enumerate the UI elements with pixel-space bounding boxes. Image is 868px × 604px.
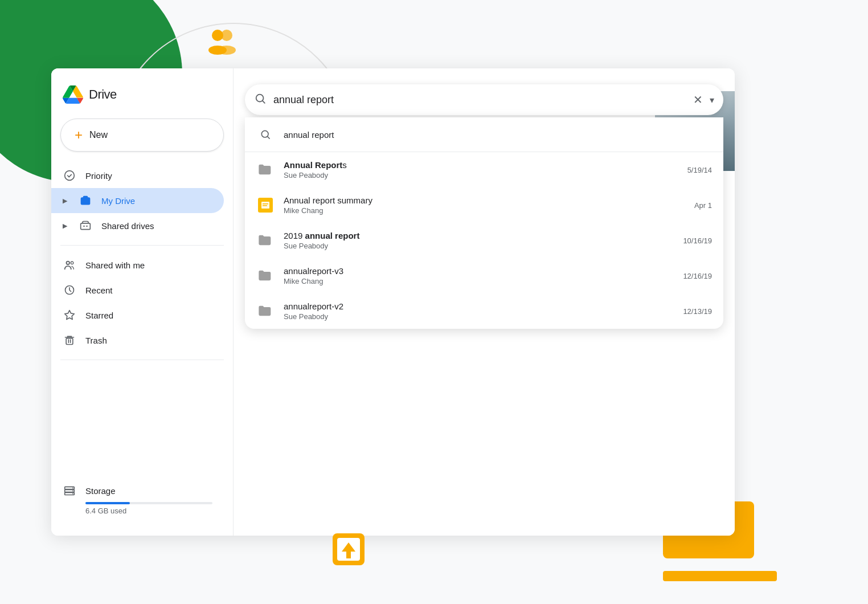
sidebar-item-shared-drives[interactable]: ▶ Shared drives [51, 213, 224, 238]
new-button[interactable]: + New [60, 119, 224, 152]
folder-icon-4 [256, 302, 275, 320]
result-3-content: annualreport-v3 Mike Chang [284, 266, 674, 285]
new-button-label: New [89, 130, 108, 140]
result-3-owner: Mike Chang [284, 277, 674, 285]
search-result-1[interactable]: Annual report summary Mike Chang Apr 1 [245, 187, 723, 223]
sidebar-item-trash-label: Trash [85, 336, 212, 345]
storage-icon [63, 484, 76, 497]
storage-usage: 6.4 GB used [63, 507, 222, 515]
sidebar-item-priority[interactable]: Priority [51, 163, 224, 188]
svg-point-7 [65, 171, 75, 181]
svg-rect-8 [81, 198, 90, 205]
shared-drives-expand-icon[interactable]: ▶ [63, 222, 67, 230]
svg-point-11 [71, 262, 73, 264]
priority-icon [63, 169, 76, 182]
app-title: Drive [89, 87, 117, 102]
result-4-name: annualreport-v2 [284, 301, 674, 311]
result-3-name: annualreport-v3 [284, 266, 674, 276]
result-4-date: 12/13/19 [683, 307, 712, 316]
folder-icon-3 [256, 267, 275, 285]
svg-point-1 [221, 30, 232, 41]
sidebar-item-shared-with-me[interactable]: Shared with me [51, 252, 224, 277]
nav-divider-2 [60, 360, 224, 360]
floating-import-icon [330, 531, 367, 570]
search-bar-container: ✕ ▾ annual report [245, 84, 723, 115]
nav-divider-1 [60, 245, 224, 246]
storage-title: Storage [85, 486, 116, 496]
result-0-content: Annual Reports Sue Peabody [284, 160, 678, 179]
storage-bar [85, 502, 212, 504]
search-suggestion-item[interactable]: annual report [245, 117, 723, 152]
sidebar: Drive + New Priority ▶ [51, 68, 234, 536]
sidebar-item-my-drive-label: My Drive [101, 196, 212, 206]
slides-icon-1 [256, 196, 275, 214]
recent-icon [63, 283, 76, 297]
svg-point-10 [67, 262, 70, 265]
result-2-date: 10/16/19 [683, 236, 712, 245]
result-0-date: 5/19/14 [687, 166, 712, 174]
search-dropdown: annual report Annual Reports Sue Pe [245, 117, 723, 329]
svg-point-18 [72, 491, 73, 492]
result-1-content: Annual report summary Mike Chang [284, 195, 685, 215]
result-0-owner: Sue Peabody [284, 171, 678, 179]
svg-point-17 [72, 488, 73, 489]
search-dropdown-arrow-icon[interactable]: ▾ [710, 95, 714, 105]
sidebar-item-my-drive[interactable]: ▶ My Drive [51, 188, 224, 213]
svg-point-19 [72, 493, 73, 495]
sidebar-item-shared-with-me-label: Shared with me [85, 260, 212, 270]
result-4-owner: Sue Peabody [284, 312, 674, 321]
sidebar-item-priority-label: Priority [85, 171, 212, 181]
svg-rect-23 [263, 203, 268, 205]
svg-rect-24 [263, 205, 267, 206]
result-0-name: Annual Reports [284, 160, 678, 170]
folder-icon-0 [256, 161, 275, 179]
search-clear-button[interactable]: ✕ [693, 94, 703, 105]
main-content: ✕ ▾ annual report [234, 68, 735, 536]
search-result-0[interactable]: Annual Reports Sue Peabody 5/19/14 [245, 152, 723, 187]
result-2-owner: Sue Peabody [284, 242, 674, 250]
result-1-owner: Mike Chang [284, 206, 685, 215]
search-result-3[interactable]: annualreport-v3 Mike Chang 12/16/19 [245, 258, 723, 293]
search-suggestion-text: annual report [284, 130, 712, 140]
search-suggestion-content: annual report [284, 130, 712, 140]
starred-icon [63, 308, 76, 322]
sidebar-item-shared-drives-label: Shared drives [101, 221, 212, 231]
search-result-4[interactable]: annualreport-v2 Sue Peabody 12/13/19 [245, 293, 723, 329]
result-1-name: Annual report summary [284, 195, 685, 205]
result-4-content: annualreport-v2 Sue Peabody [284, 301, 674, 321]
result-2-content: 2019 annual report Sue Peabody [284, 231, 674, 250]
storage-section: Storage 6.4 GB used [51, 475, 233, 524]
floating-shared-icon [205, 23, 241, 62]
storage-label: Storage [63, 484, 222, 497]
sidebar-item-recent[interactable]: Recent [51, 277, 224, 303]
search-result-2[interactable]: 2019 annual report Sue Peabody 10/16/19 [245, 223, 723, 258]
svg-point-3 [218, 46, 236, 55]
result-3-date: 12/16/19 [683, 272, 712, 280]
my-drive-expand-icon[interactable]: ▶ [63, 197, 67, 205]
drive-logo-icon [63, 84, 83, 105]
app-container: Drive + New Priority ▶ [51, 68, 735, 536]
sidebar-item-trash[interactable]: Trash [51, 328, 224, 353]
search-icon [254, 92, 267, 107]
nav-section: Priority ▶ My Drive ▶ [51, 163, 233, 475]
search-bar: ✕ ▾ [245, 84, 723, 115]
shared-drives-icon [79, 219, 92, 232]
svg-rect-9 [81, 223, 91, 230]
my-drive-icon [79, 194, 92, 207]
result-2-name: 2019 annual report [284, 231, 674, 240]
sidebar-header: Drive [51, 80, 233, 119]
folder-icon-2 [256, 231, 275, 250]
storage-bar-fill [85, 502, 130, 504]
yellow-bottom-bar [663, 571, 777, 581]
sidebar-item-starred[interactable]: Starred [51, 303, 224, 328]
search-suggestion-icon [256, 125, 275, 144]
sidebar-item-starred-label: Starred [85, 311, 212, 320]
plus-icon: + [75, 128, 83, 142]
search-input[interactable] [273, 94, 686, 106]
shared-with-me-icon [63, 258, 76, 272]
result-1-date: Apr 1 [694, 201, 712, 210]
sidebar-item-recent-label: Recent [85, 285, 212, 295]
trash-icon [63, 333, 76, 347]
svg-rect-13 [66, 338, 73, 345]
